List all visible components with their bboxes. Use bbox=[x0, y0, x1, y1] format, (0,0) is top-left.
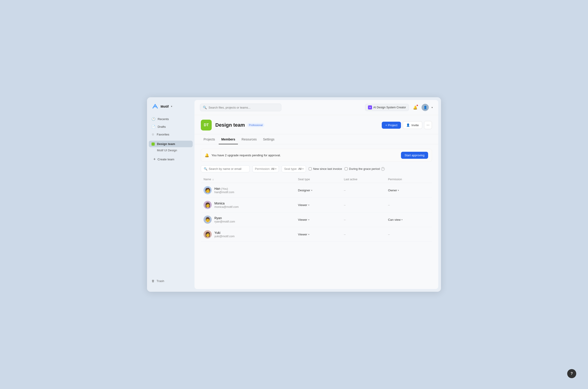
star-icon: ☆ bbox=[152, 132, 155, 136]
permission-chevron-icon: ▾ bbox=[401, 219, 403, 221]
sidebar-item-favorites-label: Favorites bbox=[157, 133, 169, 136]
grace-period-checkbox[interactable] bbox=[345, 167, 348, 170]
grace-period-filter[interactable]: During the grace period ? bbox=[345, 167, 385, 171]
permission-dropdown[interactable]: Owner ▾ bbox=[388, 189, 429, 192]
permission-chevron-icon: ▾ bbox=[275, 168, 276, 170]
seat-type-filter-value: All bbox=[298, 167, 301, 170]
col-last-active: Last active bbox=[341, 176, 385, 183]
alert-bell-icon: 🔔 bbox=[205, 153, 209, 157]
global-search-input[interactable] bbox=[208, 106, 278, 109]
member-info: 👩 Monica monica@motif.com bbox=[203, 201, 293, 209]
seat-type-filter-label: Seat type: bbox=[284, 167, 297, 170]
last-active-cell: – bbox=[341, 183, 385, 198]
create-team-button[interactable]: + Create team bbox=[149, 155, 193, 163]
seat-chevron-icon: ▾ bbox=[308, 219, 309, 221]
filter-search-icon: 🔍 bbox=[204, 167, 207, 170]
last-active-cell: – bbox=[341, 198, 385, 212]
member-cell: 👩 Yuki yuki@motif.com bbox=[201, 227, 295, 242]
table-row: 🧑 Han (You) han@motif.com Designer ▾ – O… bbox=[201, 183, 432, 198]
permission-cell: Can view ▾ bbox=[385, 212, 432, 227]
new-since-invoice-filter[interactable]: New since last invoice bbox=[309, 167, 342, 170]
alert-text-group: 🔔 You have 2 upgrade requests pending fo… bbox=[205, 153, 281, 157]
last-active-value: – bbox=[344, 233, 346, 236]
permission-value: – bbox=[388, 233, 390, 236]
sidebar-item-recents[interactable]: 🕐 Recents bbox=[149, 115, 193, 123]
table-row: 👨 Ryan ryan@motif.com Viewer ▾ – Can vie… bbox=[201, 212, 432, 227]
member-details: Yuki yuki@motif.com bbox=[214, 231, 234, 238]
add-project-button[interactable]: + Project bbox=[382, 122, 401, 129]
member-info: 👩 Yuki yuki@motif.com bbox=[203, 230, 293, 238]
search-icon: 🔍 bbox=[203, 106, 207, 109]
member-email: yuki@motif.com bbox=[214, 235, 234, 238]
col-permission: Permission bbox=[385, 176, 432, 183]
member-search-input[interactable] bbox=[209, 167, 247, 170]
permission-filter-value: All bbox=[271, 167, 274, 170]
new-since-invoice-checkbox[interactable] bbox=[309, 167, 312, 170]
trash-item[interactable]: 🗑 Trash bbox=[147, 276, 195, 286]
plus-icon: + bbox=[153, 157, 156, 162]
seat-type-dropdown[interactable]: Viewer ▾ bbox=[298, 233, 339, 236]
user-menu-chevron[interactable]: ▾ bbox=[431, 106, 433, 109]
member-email: han@motif.com bbox=[214, 191, 234, 194]
col-seat-type: Seat type bbox=[295, 176, 341, 183]
invite-button[interactable]: 👤 Invite bbox=[403, 121, 422, 129]
team-avatar: DT bbox=[201, 120, 212, 130]
tab-projects[interactable]: Projects bbox=[201, 134, 218, 144]
ai-badge[interactable]: ✦ AI Design System Creator bbox=[365, 104, 409, 111]
global-search-bar[interactable]: 🔍 bbox=[200, 104, 281, 111]
seat-type-dropdown[interactable]: Viewer ▾ bbox=[298, 218, 339, 221]
member-details: Ryan ryan@motif.com bbox=[214, 216, 235, 223]
members-table: Name ↓ Seat type Last active Permission bbox=[201, 176, 432, 242]
permission-chevron-icon: ▾ bbox=[398, 189, 399, 192]
topbar: 🔍 ✦ AI Design System Creator 🔔 👤 ▾ bbox=[195, 100, 438, 115]
ai-label: AI Design System Creator bbox=[373, 106, 406, 109]
new-since-invoice-label: New since last invoice bbox=[313, 167, 342, 170]
seat-type-dropdown[interactable]: Designer ▾ bbox=[298, 189, 339, 192]
seat-type-chevron-icon: ▾ bbox=[302, 168, 303, 170]
sidebar-item-drafts[interactable]: 📄 Drafts bbox=[149, 123, 193, 130]
plan-badge: Professional bbox=[247, 123, 264, 127]
sidebar: Motif ▾ 🕐 Recents 📄 Drafts ☆ Favorites D… bbox=[147, 97, 195, 292]
sidebar-item-recents-label: Recents bbox=[158, 117, 169, 121]
clock-icon: 🕐 bbox=[152, 117, 155, 121]
tab-settings[interactable]: Settings bbox=[260, 134, 277, 144]
page-title: Design team bbox=[215, 122, 245, 128]
help-button[interactable]: ? bbox=[567, 369, 576, 378]
alert-banner: 🔔 You have 2 upgrade requests pending fo… bbox=[201, 149, 432, 162]
sidebar-item-design-team[interactable]: Design team bbox=[149, 141, 193, 147]
member-avatar: 👨 bbox=[203, 216, 212, 224]
filters-bar: 🔍 Permission: All ▾ Seat type: All ▾ New… bbox=[201, 165, 432, 172]
member-search-bar[interactable]: 🔍 bbox=[201, 165, 250, 172]
member-cell: 🧑 Han (You) han@motif.com bbox=[201, 183, 295, 198]
permission-filter-label: Permission: bbox=[255, 167, 270, 170]
grace-period-info-icon[interactable]: ? bbox=[381, 167, 385, 171]
permission-cell: Owner ▾ bbox=[385, 183, 432, 198]
page-header: DT Design team Professional + Project 👤 … bbox=[195, 115, 438, 134]
member-email: monica@motif.com bbox=[214, 205, 239, 209]
trash-icon: 🗑 bbox=[152, 279, 155, 283]
seat-type-filter[interactable]: Seat type: All ▾ bbox=[282, 165, 306, 172]
member-details: Monica monica@motif.com bbox=[214, 201, 239, 209]
member-info: 🧑 Han (You) han@motif.com bbox=[203, 186, 293, 194]
member-email: ryan@motif.com bbox=[214, 220, 235, 223]
user-avatar[interactable]: 👤 bbox=[422, 104, 429, 111]
more-options-button[interactable]: ··· bbox=[424, 121, 432, 129]
app-container: Motif ▾ 🕐 Recents 📄 Drafts ☆ Favorites D… bbox=[147, 97, 441, 292]
notifications-button[interactable]: 🔔 bbox=[412, 104, 419, 111]
permission-dropdown[interactable]: Can view ▾ bbox=[388, 218, 429, 221]
sidebar-item-favorites[interactable]: ☆ Favorites bbox=[149, 131, 193, 138]
col-name: Name ↓ bbox=[201, 176, 295, 183]
permission-filter[interactable]: Permission: All ▾ bbox=[252, 165, 279, 172]
start-approving-button[interactable]: Start approving bbox=[401, 152, 428, 159]
tab-resources[interactable]: Resources bbox=[239, 134, 260, 144]
main-panel: 🔍 ✦ AI Design System Creator 🔔 👤 ▾ bbox=[195, 100, 438, 289]
seat-type-dropdown[interactable]: Viewer ▾ bbox=[298, 203, 339, 207]
seat-chevron-icon: ▾ bbox=[308, 233, 309, 236]
sort-icon[interactable]: ↓ bbox=[212, 178, 214, 181]
notification-dot bbox=[416, 104, 418, 106]
sidebar-item-motif-ui[interactable]: Motif UI Design bbox=[149, 147, 193, 153]
logo[interactable]: Motif ▾ bbox=[147, 103, 195, 115]
sidebar-team-label: Design team bbox=[157, 142, 175, 146]
tab-members[interactable]: Members bbox=[219, 134, 238, 144]
person-icon: 👤 bbox=[406, 123, 410, 127]
